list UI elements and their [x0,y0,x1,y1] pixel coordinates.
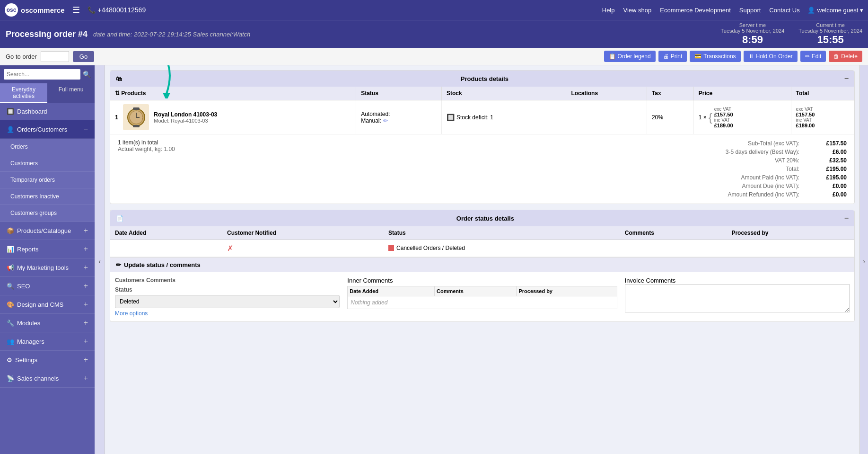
sidebar-item-customers-inactive[interactable]: Customers Inactive [0,188,95,205]
collapse-products-section[interactable]: − [844,74,849,83]
order-status-header: 📄 Order status details − [110,210,854,226]
expand-managers[interactable]: + [84,337,88,346]
nav-support[interactable]: Support [739,7,761,14]
total-inc-value: £189.00 [796,123,849,128]
chevron-right-icon: › [863,258,865,265]
sidebar-item-marketing[interactable]: 📢 My Marketing tools + [0,258,95,277]
user-menu[interactable]: 👤 welcome guest ▾ [807,7,863,14]
logo[interactable]: osc oscommerce [5,3,65,17]
search-bar: 🔍 [0,65,95,83]
sidebar-item-orders[interactable]: Orders [0,139,95,155]
collapse-order-status[interactable]: − [844,214,849,223]
expand-seo[interactable]: + [84,282,88,290]
sidebar-item-temporary-orders[interactable]: Temporary orders [0,172,95,188]
total-value: £195.00 [814,166,847,172]
order-legend-button[interactable]: 📋 Order legend [604,51,656,62]
status-col-date: Date Added [110,226,222,240]
order-status-section: 📄 Order status details − Date Added Cust… [110,210,855,322]
expand-sales[interactable]: + [84,374,88,383]
amount-refunded-value: £0.00 [814,191,847,198]
go-button[interactable]: Go [73,51,94,62]
logo-icon: osc [5,3,18,17]
server-clock: 8:59 [721,34,785,46]
expand-design[interactable]: + [84,300,88,309]
edit-status-icon[interactable]: ✏ [383,117,388,124]
expand-products[interactable]: + [84,226,88,235]
sidebar-item-modules[interactable]: 🔧 Modules + [0,314,95,332]
search-input[interactable] [4,69,80,80]
sidebar-item-products-catalogue[interactable]: 📦 Products/Catalogue + [0,222,95,240]
sidebar-item-customers-groups[interactable]: Customers groups [0,205,95,222]
expand-settings[interactable]: + [84,356,88,364]
collapse-orders-customers[interactable]: − [84,125,88,134]
summary-row: 1 item(s) in total Actual weight, kg: 1.… [118,139,847,199]
edit-button[interactable]: ✏ Edit [800,51,826,62]
sidebar-item-customers[interactable]: Customers [0,155,95,172]
right-sidebar-handle[interactable]: › [859,65,868,454]
update-status-body: Customers Comments Status ProcessingPend… [110,272,854,321]
sidebar-item-reports[interactable]: 📊 Reports + [0,240,95,258]
price-inc-value: £189.00 [714,123,733,128]
nav-viewshop[interactable]: View shop [623,7,652,14]
hold-on-order-button[interactable]: ⏸ Hold On Order [744,51,798,62]
invoice-comments-textarea[interactable] [625,284,850,312]
server-time-block: Server time Tuesday 5 November, 2024 8:5… [721,22,785,46]
invoice-comments-label: Invoice Comments [625,277,676,284]
status-select[interactable]: ProcessingPendingDeliveredCancelled Orde… [115,295,340,308]
sidebar-item-managers[interactable]: 👥 Managers + [0,332,95,351]
transactions-icon: 💳 [694,53,701,60]
server-date: Tuesday 5 November, 2024 [721,28,785,34]
nav-ecommerce[interactable]: Ecommerce Development [660,7,731,14]
total-label: Total: [786,166,799,172]
product-cell: 1 [110,100,356,134]
total-exc-value: £157.50 [796,112,849,117]
main-layout: 🔍 Everyday activities Full menu 🔲 Dashbo… [0,65,868,454]
expand-reports[interactable]: + [84,245,88,253]
sidebar-item-design-cms[interactable]: 🎨 Design and CMS + [0,295,95,314]
go-to-input[interactable] [41,51,69,62]
tab-everyday[interactable]: Everyday activities [0,83,47,103]
seo-icon: 🔍 [7,283,14,290]
transactions-button[interactable]: 💳 Transactions [690,51,740,62]
print-button[interactable]: 🖨 Print [658,51,687,62]
update-status-title: Update status / comments [124,261,201,268]
inner-processed-header: Processed by [517,286,617,296]
subtotal-row: Sub-Total (exc VAT): £157.50 [726,139,847,148]
customers-comments-label: Customers Comments [115,277,340,284]
col-locations: Locations [566,87,647,100]
settings-icon: ⚙ [7,356,12,364]
inner-comments-header: Comments [434,286,516,296]
tab-full-menu[interactable]: Full menu [47,83,95,103]
user-icon: 👤 [807,7,815,14]
col-tax: Tax [647,87,693,100]
delete-button[interactable]: 🗑 Delete [829,51,862,62]
design-icon: 🎨 [7,301,14,308]
dashboard-icon: 🔲 [7,108,14,115]
price-exc-value: £157.50 [714,112,733,117]
more-options-link[interactable]: More options [115,310,148,317]
expand-modules[interactable]: + [84,319,88,327]
amount-due-row: Amount Due (inc VAT): £0.00 [726,182,847,190]
nav-contact[interactable]: Contact Us [769,7,799,14]
sidebar-item-sales-channels[interactable]: 📡 Sales channels + [0,369,95,388]
sidebar-item-settings[interactable]: ⚙ Settings + [0,351,95,369]
phone-number: 📞 +448000112569 [88,6,146,14]
search-icon[interactable]: 🔍 [83,71,91,78]
hamburger-menu[interactable]: ☰ [72,5,80,15]
product-total-cell: exc VAT £157.50 inc VAT £189.00 [791,100,854,134]
orders-customers-icon: 👤 [7,126,14,133]
product-tax-cell: 20% [647,100,693,134]
sidebar-item-seo[interactable]: 🔍 SEO + [0,277,95,295]
nav-help[interactable]: Help [602,7,615,14]
sidebar-collapse-handle[interactable]: ‹ [95,65,105,454]
status-comments-cell [620,240,727,257]
server-time-label: Server time [721,22,785,28]
sidebar-item-dashboard[interactable]: 🔲 Dashboard [0,103,95,120]
expand-marketing[interactable]: + [84,263,88,272]
vat-label: VAT 20%: [775,157,799,164]
status-manual-row: Manual: ✏ [361,117,437,124]
products-section-icon: 🛍 [116,75,122,82]
sidebar-item-orders-customers[interactable]: 👤 Orders/Customers − [0,120,95,139]
delivery-label: 3-5 days delivery (Best Way): [726,149,799,155]
modules-icon: 🔧 [7,320,14,327]
